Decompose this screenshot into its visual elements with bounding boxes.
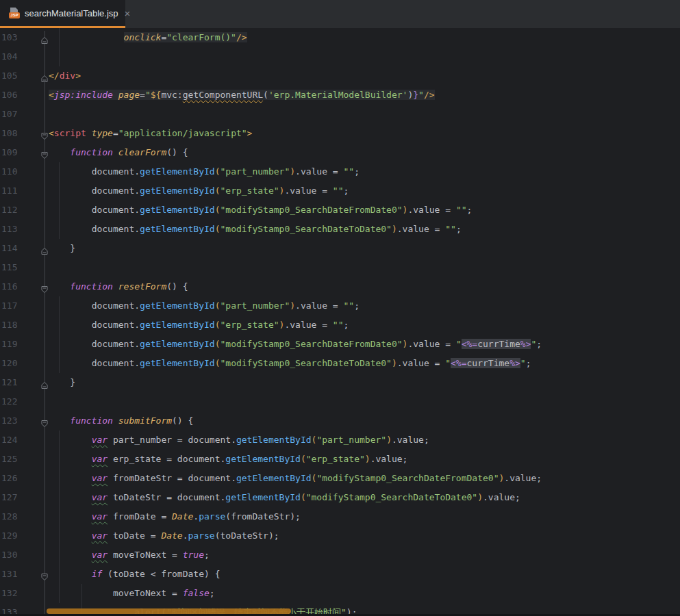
gutter[interactable]: 131 <box>0 565 49 584</box>
code-line[interactable]: 112 document.getElementById("modifyStamp… <box>0 201 680 220</box>
line-number[interactable]: 112 <box>1 201 17 220</box>
gutter[interactable]: 126 <box>0 469 49 488</box>
line-number[interactable]: 113 <box>1 220 17 239</box>
gutter[interactable]: 121 <box>0 373 49 392</box>
gutter[interactable]: 117 <box>0 296 49 316</box>
line-number[interactable]: 125 <box>1 450 17 469</box>
code-line[interactable]: 132 moveToNext = false; <box>0 584 680 603</box>
code-line[interactable]: 120 document.getElementById("modifyStamp… <box>0 354 680 373</box>
line-number[interactable]: 104 <box>1 47 17 66</box>
code-line[interactable]: 116 function resetForm() { <box>0 277 680 296</box>
fold-collapse-icon[interactable] <box>40 282 49 292</box>
line-number[interactable]: 119 <box>1 335 17 354</box>
line-number[interactable]: 129 <box>1 526 17 546</box>
code-line[interactable]: 122 <box>0 392 680 411</box>
code-line[interactable]: 104 <box>0 47 680 66</box>
code-line[interactable]: 109 function clearForm() { <box>0 143 680 162</box>
code-editor[interactable]: 103 onclick="clearForm()"/>104105</div>1… <box>0 28 680 616</box>
code-line[interactable]: 105</div> <box>0 66 680 86</box>
code-line[interactable]: 111 document.getElementById("erp_state")… <box>0 181 680 201</box>
code-line[interactable]: 125 var erp_state = document.getElementB… <box>0 450 680 469</box>
fold-end-icon[interactable] <box>40 244 49 253</box>
gutter[interactable]: 114 <box>0 239 49 258</box>
gutter[interactable]: 116 <box>0 277 49 296</box>
gutter[interactable]: 109 <box>0 143 49 162</box>
gutter[interactable]: 108 <box>0 124 49 143</box>
line-number[interactable]: 107 <box>1 105 17 124</box>
gutter[interactable]: 123 <box>0 411 49 431</box>
gutter[interactable]: 103 <box>0 28 49 47</box>
gutter[interactable]: 106 <box>0 86 49 105</box>
fold-collapse-icon[interactable] <box>40 569 49 579</box>
line-number[interactable]: 103 <box>1 28 17 47</box>
tab-close-icon[interactable]: × <box>125 8 131 18</box>
line-number[interactable]: 122 <box>1 392 17 411</box>
code-line[interactable]: 124 var part_number = document.getElemen… <box>0 431 680 450</box>
gutter[interactable]: 111 <box>0 181 49 201</box>
code-line[interactable]: 126 var fromDateStr = document.getElemen… <box>0 469 680 488</box>
fold-end-icon[interactable] <box>40 71 49 81</box>
gutter[interactable]: 110 <box>0 162 49 181</box>
code-line[interactable]: 106<jsp:include page="${mvc:getComponent… <box>0 86 680 105</box>
gutter[interactable]: 104 <box>0 47 49 66</box>
gutter[interactable]: 132 <box>0 584 49 603</box>
gutter[interactable]: 118 <box>0 316 49 335</box>
horizontal-scrollbar-thumb[interactable] <box>47 608 291 614</box>
line-number[interactable]: 108 <box>1 124 17 143</box>
gutter[interactable]: 128 <box>0 507 49 526</box>
tab-searchMaterialTable-jsp[interactable]: JSP searchMaterialTable.jsp × <box>0 0 125 26</box>
code-line[interactable]: 123 function submitForm() { <box>0 411 680 431</box>
code-line[interactable]: 110 document.getElementById("part_number… <box>0 162 680 181</box>
code-line[interactable]: 119 document.getElementById("modifyStamp… <box>0 335 680 354</box>
code-line[interactable]: 129 var toDate = Date.parse(toDateStr); <box>0 526 680 546</box>
gutter[interactable]: 124 <box>0 431 49 450</box>
line-number[interactable]: 120 <box>1 354 17 373</box>
gutter[interactable]: 129 <box>0 526 49 546</box>
line-number[interactable]: 114 <box>1 239 17 258</box>
line-number[interactable]: 126 <box>1 469 17 488</box>
fold-collapse-icon[interactable] <box>40 148 49 157</box>
code-line[interactable]: 118 document.getElementById("erp_state")… <box>0 316 680 335</box>
code-line[interactable]: 127 var toDateStr = document.getElementB… <box>0 488 680 507</box>
gutter[interactable]: 115 <box>0 258 49 277</box>
line-number[interactable]: 106 <box>1 86 17 105</box>
code-line[interactable]: 108<script type="application/javascript"… <box>0 124 680 143</box>
code-line[interactable]: 130 var moveToNext = true; <box>0 546 680 565</box>
fold-collapse-icon[interactable] <box>40 416 49 426</box>
code-line[interactable]: 107 <box>0 105 680 124</box>
gutter[interactable]: 122 <box>0 392 49 411</box>
line-number[interactable]: 128 <box>1 507 17 526</box>
line-number[interactable]: 127 <box>1 488 17 507</box>
line-number[interactable]: 131 <box>1 565 17 584</box>
line-number[interactable]: 109 <box>1 143 17 162</box>
gutter[interactable]: 130 <box>0 546 49 565</box>
line-number[interactable]: 124 <box>1 431 17 450</box>
code-line[interactable]: 103 onclick="clearForm()"/> <box>0 28 680 47</box>
gutter[interactable]: 125 <box>0 450 49 469</box>
gutter[interactable]: 107 <box>0 105 49 124</box>
line-number[interactable]: 105 <box>1 66 17 86</box>
line-number[interactable]: 115 <box>1 258 17 277</box>
code-line[interactable]: 121 } <box>0 373 680 392</box>
line-number[interactable]: 117 <box>1 296 17 316</box>
line-number[interactable]: 121 <box>1 373 17 392</box>
code-line[interactable]: 113 document.getElementById("modifyStamp… <box>0 220 680 239</box>
line-number[interactable]: 116 <box>1 277 17 296</box>
gutter[interactable]: 113 <box>0 220 49 239</box>
gutter[interactable]: 112 <box>0 201 49 220</box>
line-number[interactable]: 132 <box>1 584 17 603</box>
line-number[interactable]: 130 <box>1 546 17 565</box>
code-line[interactable]: 115 <box>0 258 680 277</box>
code-line[interactable]: 128 var fromDate = Date.parse(fromDateSt… <box>0 507 680 526</box>
fold-end-icon[interactable] <box>40 378 49 387</box>
line-number[interactable]: 118 <box>1 316 17 335</box>
line-number[interactable]: 111 <box>1 181 17 201</box>
gutter[interactable]: 119 <box>0 335 49 354</box>
fold-collapse-icon[interactable] <box>40 129 49 138</box>
code-line[interactable]: 131 if (toDate < fromDate) { <box>0 565 680 584</box>
gutter[interactable]: 105 <box>0 66 49 86</box>
code-line[interactable]: 114 } <box>0 239 680 258</box>
code-line[interactable]: 117 document.getElementById("part_number… <box>0 296 680 316</box>
gutter[interactable]: 127 <box>0 488 49 507</box>
fold-end-icon[interactable] <box>40 33 49 42</box>
